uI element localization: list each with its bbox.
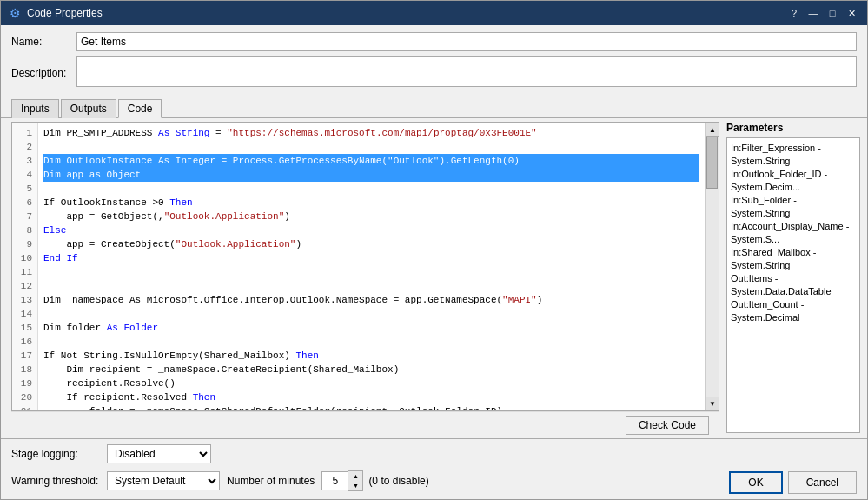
tab-code[interactable]: Code	[118, 99, 162, 118]
title-bar-controls: ? ― □ ✕	[785, 4, 860, 22]
code-line	[43, 279, 699, 293]
code-line: Dim app as Object	[43, 168, 699, 182]
code-line: Else	[43, 223, 699, 237]
parameter-item: In:Account_Display_Name - System.S...	[731, 220, 856, 246]
warning-threshold-select[interactable]: System Default	[107, 471, 220, 490]
line-numbers: 1234567891011121314151617181920212223242…	[12, 123, 38, 410]
parameter-item: In:Outlook_Folder_ID - System.Decim...	[731, 168, 856, 194]
scrollbar-track[interactable]	[706, 137, 719, 397]
window-icon: ⚙	[8, 6, 22, 20]
description-input[interactable]	[76, 56, 857, 87]
parameter-item: Out:Items - System.Data.DataTable	[731, 272, 856, 298]
description-row: Description:	[11, 56, 857, 90]
minimize-button[interactable]: ―	[805, 4, 822, 22]
spinner-up-btn[interactable]: ▲	[348, 471, 362, 481]
scroll-up-btn[interactable]: ▲	[706, 123, 719, 137]
check-code-row: Check Code	[11, 411, 719, 438]
vertical-scrollbar[interactable]: ▲ ▼	[705, 123, 719, 410]
spinner-buttons: ▲ ▼	[348, 470, 363, 491]
code-line: If Not String.IsNullOrEmpty(Shared_Mailb…	[43, 349, 699, 363]
description-label: Description:	[11, 67, 76, 79]
ok-button[interactable]: OK	[729, 471, 782, 494]
code-line: Dim _nameSpace As Microsoft.Office.Inter…	[43, 293, 699, 307]
close-button[interactable]: ✕	[843, 4, 860, 22]
parameter-item: Out:Item_Count - System.Decimal	[731, 298, 856, 324]
code-content[interactable]: Dim PR_SMTP_ADDRESS As String = "https:/…	[38, 123, 705, 410]
code-line	[43, 182, 699, 196]
parameter-item: In:Filter_Expression - System.String	[731, 142, 856, 168]
warning-threshold-label: Warning threshold:	[11, 475, 107, 487]
description-wrapper	[76, 56, 857, 90]
main-window: ⚙ Code Properties ? ― □ ✕ Name: Descript…	[0, 0, 868, 500]
minutes-note: (0 to disable)	[368, 475, 428, 487]
name-row: Name:	[11, 32, 857, 51]
title-bar: ⚙ Code Properties ? ― □ ✕	[1, 1, 867, 25]
code-line: Dim folder As Folder	[43, 321, 699, 335]
code-line: recipient.Resolve()	[43, 377, 699, 390]
code-line: Dim recipient = _nameSpace.CreateRecipie…	[43, 363, 699, 377]
parameters-panel: Parameters In:Filter_Expression - System…	[719, 118, 867, 438]
form-area: Name: Description:	[1, 25, 867, 99]
stage-logging-row: Stage logging: Disabled	[11, 444, 857, 463]
code-line: If OutlookInstance >0 Then	[43, 196, 699, 210]
code-line	[43, 307, 699, 321]
maximize-button[interactable]: □	[824, 4, 841, 22]
help-button[interactable]: ?	[785, 4, 803, 22]
tabs-bar: Inputs Outputs Code	[1, 99, 867, 118]
main-content: 1234567891011121314151617181920212223242…	[1, 118, 867, 438]
stage-logging-label: Stage logging:	[11, 448, 107, 460]
bottom-bar: Stage logging: Disabled Warning threshol…	[1, 438, 867, 499]
warning-threshold-row: Warning threshold: System Default Number…	[11, 470, 429, 491]
scroll-down-btn[interactable]: ▼	[706, 397, 719, 410]
code-line: End If	[43, 251, 699, 265]
tab-outputs[interactable]: Outputs	[61, 99, 116, 118]
code-line: app = GetObject(,"Outlook.Application")	[43, 210, 699, 223]
spinner-down-btn[interactable]: ▼	[348, 481, 362, 490]
number-of-minutes-label: Number of minutes	[227, 475, 315, 487]
stage-logging-select[interactable]: Disabled	[107, 444, 211, 463]
minutes-spinner: ▲ ▼	[321, 470, 363, 491]
code-line: If recipient.Resolved Then	[43, 390, 699, 404]
code-line	[43, 265, 699, 279]
code-line: app = CreateObject("Outlook.Application"…	[43, 237, 699, 251]
parameter-item: In:Sub_Folder - System.String	[731, 194, 856, 220]
code-editor[interactable]: 1234567891011121314151617181920212223242…	[11, 122, 719, 411]
bottom-actions: OK Cancel	[729, 471, 857, 494]
code-line: Dim OutlookInstance As Integer = Process…	[43, 154, 699, 168]
code-line	[43, 140, 699, 154]
name-label: Name:	[11, 36, 76, 48]
parameter-item: In:Shared_Mailbox - System.String	[731, 246, 856, 272]
parameters-title: Parameters	[726, 122, 860, 134]
code-line: Dim PR_SMTP_ADDRESS As String = "https:/…	[43, 126, 699, 140]
name-input[interactable]	[76, 32, 857, 51]
parameters-box: In:Filter_Expression - System.StringIn:O…	[726, 137, 860, 433]
minutes-input[interactable]	[321, 471, 348, 490]
scrollbar-thumb[interactable]	[706, 137, 718, 189]
cancel-button[interactable]: Cancel	[788, 471, 857, 494]
code-line: folder = _nameSpace.GetSharedDefaultFold…	[43, 404, 699, 410]
window-title: Code Properties	[27, 7, 785, 19]
tab-inputs[interactable]: Inputs	[11, 99, 59, 118]
check-code-button[interactable]: Check Code	[626, 416, 709, 435]
code-line	[43, 335, 699, 349]
